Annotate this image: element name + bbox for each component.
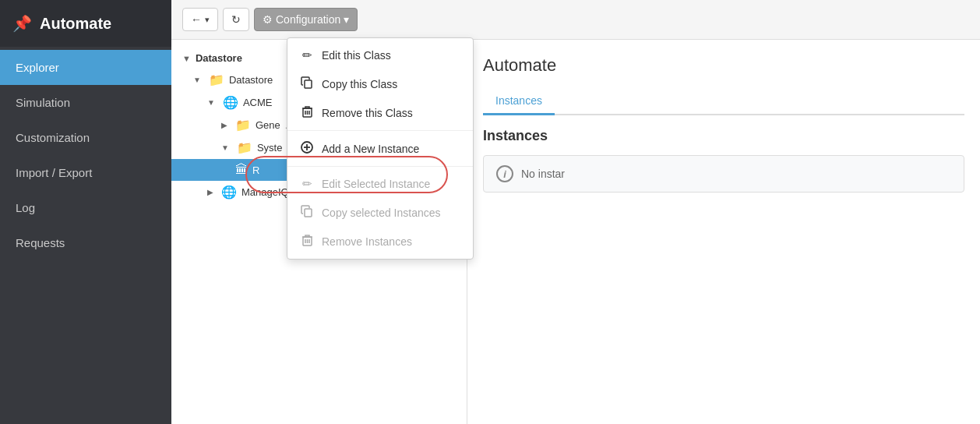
tree-chevron-icon: ▼ (193, 76, 201, 84)
copy-selected-instances-item: Copy selected Instances (287, 198, 473, 227)
folder-icon: 📁 (209, 72, 224, 87)
back-chevron-icon: ▾ (205, 15, 210, 25)
right-panel: Automate Instances Instances i No instar (467, 40, 980, 424)
add-circle-icon (300, 141, 314, 156)
refresh-icon: ↻ (231, 13, 241, 26)
no-instances-text: No instar (521, 168, 565, 180)
copy-class-item[interactable]: Copy this Class (287, 69, 473, 98)
remove-instances-item: Remove Instances (287, 227, 473, 256)
tree-chevron-icon: ▶ (207, 188, 213, 196)
trash-icon (300, 105, 314, 120)
class-icon: 🏛 (235, 163, 248, 177)
folder-icon: 📁 (235, 118, 251, 132)
configuration-dropdown: ✏ Edit this Class Copy this Class (287, 37, 474, 260)
tree-chevron-icon: ▼ (221, 143, 229, 152)
panel-tabs: Instances (483, 88, 964, 115)
globe-icon: 🌐 (221, 185, 237, 200)
configuration-label: Configuration (276, 13, 340, 26)
app-title: Automate (40, 15, 111, 33)
gear-icon: ⚙ (263, 13, 273, 26)
edit-icon: ✏ (300, 48, 314, 62)
refresh-button[interactable]: ↻ (223, 8, 249, 31)
tree-chevron-icon: ▼ (207, 98, 215, 107)
tab-instances[interactable]: Instances (483, 88, 555, 115)
sidebar-item-log[interactable]: Log (0, 190, 171, 225)
no-instances-notice: i No instar (483, 155, 964, 193)
sidebar-item-simulation[interactable]: Simulation (0, 85, 171, 120)
app-header: 📌 Automate (0, 0, 171, 47)
trash-disabled-icon (300, 234, 314, 249)
edit-selected-instance-item: ✏ Edit Selected Instance (287, 170, 473, 198)
svg-rect-8 (305, 209, 312, 217)
folder-icon: 📁 (237, 140, 252, 155)
svg-rect-0 (305, 80, 312, 88)
copy-icon (300, 76, 314, 91)
sidebar-item-import-export[interactable]: Import / Export (0, 155, 171, 190)
sidebar: 📌 Automate Explorer Simulation Customiza… (0, 0, 171, 424)
add-new-instance-item[interactable]: Add a New Instance (287, 134, 473, 163)
globe-icon: 🌐 (223, 95, 238, 110)
sidebar-item-explorer[interactable]: Explorer (0, 50, 171, 85)
sidebar-nav: Explorer Simulation Customization Import… (0, 50, 171, 260)
toolbar: ← ▾ ↻ ⚙ Configuration ▾ ✏ Edit this Clas… (171, 0, 980, 40)
dropdown-divider (287, 130, 473, 131)
edit-disabled-icon: ✏ (300, 177, 314, 191)
back-icon: ← (191, 13, 202, 26)
sidebar-item-customization[interactable]: Customization (0, 120, 171, 155)
chevron-down-icon: ▼ (182, 54, 191, 63)
remove-class-item[interactable]: Remove this Class (287, 98, 473, 127)
dropdown-divider2 (287, 166, 473, 167)
sidebar-item-requests[interactable]: Requests (0, 225, 171, 260)
info-icon: i (496, 165, 513, 182)
pin-icon: 📌 (12, 14, 32, 33)
main-content: ← ▾ ↻ ⚙ Configuration ▾ ✏ Edit this Clas… (171, 0, 980, 424)
copy-disabled-icon (300, 205, 314, 220)
edit-class-item[interactable]: ✏ Edit this Class (287, 41, 473, 69)
instances-section-header: Instances (483, 128, 964, 144)
chevron-down-icon: ▾ (344, 13, 349, 26)
right-panel-title: Automate (483, 55, 964, 76)
configuration-button[interactable]: ⚙ Configuration ▾ (254, 8, 358, 31)
tree-chevron-icon: ▶ (221, 121, 227, 129)
back-button[interactable]: ← ▾ (182, 8, 218, 31)
